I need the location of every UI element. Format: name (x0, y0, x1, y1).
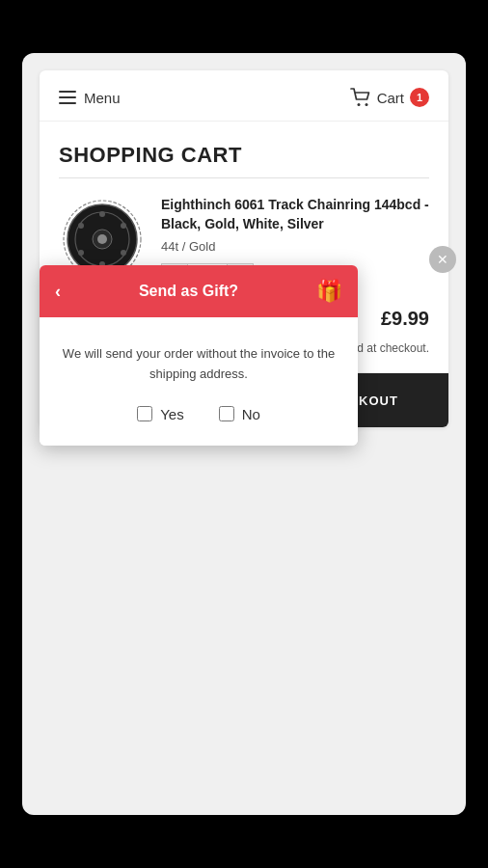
modal-description: We will send your order without the invo… (59, 344, 339, 385)
option-no[interactable]: No (219, 406, 260, 422)
modal-header: ‹ Send as Gift? 🎁 (40, 265, 358, 317)
yes-label: Yes (160, 406, 183, 422)
no-checkbox[interactable] (219, 406, 234, 421)
modal-overlay: ‹ Send as Gift? 🎁 We will send your orde… (40, 70, 448, 427)
modal-title: Send as Gift? (61, 283, 316, 300)
gift-icon: 🎁 (316, 279, 342, 304)
send-as-gift-modal: ‹ Send as Gift? 🎁 We will send your orde… (40, 265, 358, 427)
modal-body: We will send your order without the invo… (40, 317, 358, 427)
yes-checkbox[interactable] (137, 406, 152, 421)
no-label: No (242, 406, 260, 422)
option-yes[interactable]: Yes (137, 406, 183, 422)
modal-options: Yes No (59, 406, 339, 422)
